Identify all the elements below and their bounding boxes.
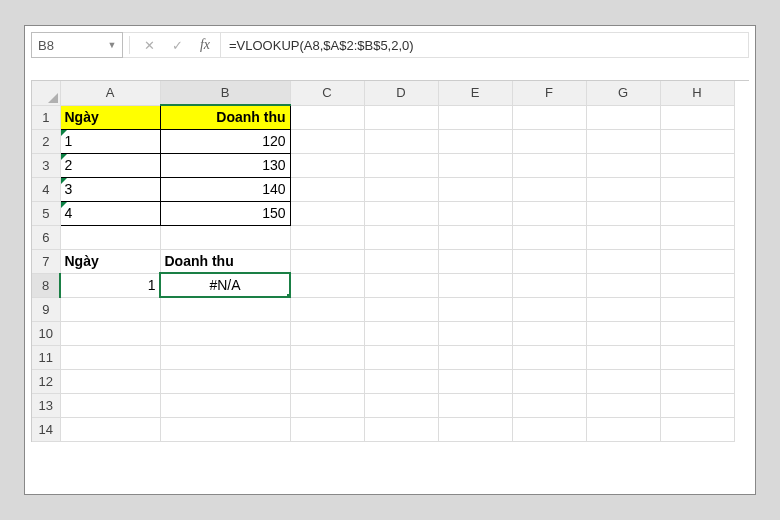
cell-A7[interactable]: Ngày <box>60 249 160 273</box>
cell-E14[interactable] <box>438 417 512 441</box>
cell-D12[interactable] <box>364 369 438 393</box>
cell-F2[interactable] <box>512 129 586 153</box>
row-header-1[interactable]: 1 <box>32 105 60 129</box>
cell-H12[interactable] <box>660 369 734 393</box>
cell-A13[interactable] <box>60 393 160 417</box>
cell-G4[interactable] <box>586 177 660 201</box>
row-header-8[interactable]: 8 <box>32 273 60 297</box>
fx-icon[interactable]: fx <box>196 36 214 54</box>
cell-F1[interactable] <box>512 105 586 129</box>
cell-F13[interactable] <box>512 393 586 417</box>
cell-H14[interactable] <box>660 417 734 441</box>
cell-E3[interactable] <box>438 153 512 177</box>
row-header-7[interactable]: 7 <box>32 249 60 273</box>
cell-D9[interactable] <box>364 297 438 321</box>
formula-input[interactable]: =VLOOKUP(A8,$A$2:$B$5,2,0) <box>221 32 749 58</box>
cell-D3[interactable] <box>364 153 438 177</box>
cell-A10[interactable] <box>60 321 160 345</box>
column-header-D[interactable]: D <box>364 81 438 105</box>
cell-F6[interactable] <box>512 225 586 249</box>
column-header-F[interactable]: F <box>512 81 586 105</box>
cell-C5[interactable] <box>290 201 364 225</box>
cell-G10[interactable] <box>586 321 660 345</box>
cell-F11[interactable] <box>512 345 586 369</box>
column-header-G[interactable]: G <box>586 81 660 105</box>
cell-E5[interactable] <box>438 201 512 225</box>
cell-D11[interactable] <box>364 345 438 369</box>
cell-A9[interactable] <box>60 297 160 321</box>
cell-E12[interactable] <box>438 369 512 393</box>
cell-H2[interactable] <box>660 129 734 153</box>
cell-B5[interactable]: 150 <box>160 201 290 225</box>
cell-C4[interactable] <box>290 177 364 201</box>
row-header-10[interactable]: 10 <box>32 321 60 345</box>
cancel-icon[interactable]: ✕ <box>140 36 158 54</box>
cell-B4[interactable]: 140 <box>160 177 290 201</box>
cell-H4[interactable] <box>660 177 734 201</box>
row-header-3[interactable]: 3 <box>32 153 60 177</box>
cell-B13[interactable] <box>160 393 290 417</box>
cell-F12[interactable] <box>512 369 586 393</box>
cell-B12[interactable] <box>160 369 290 393</box>
cell-C7[interactable] <box>290 249 364 273</box>
row-header-2[interactable]: 2 <box>32 129 60 153</box>
cell-B3[interactable]: 130 <box>160 153 290 177</box>
cell-E13[interactable] <box>438 393 512 417</box>
cell-A2[interactable]: 1 <box>60 129 160 153</box>
cell-C2[interactable] <box>290 129 364 153</box>
cell-G8[interactable] <box>586 273 660 297</box>
cell-A4[interactable]: 3 <box>60 177 160 201</box>
cell-F3[interactable] <box>512 153 586 177</box>
cell-G3[interactable] <box>586 153 660 177</box>
cell-F10[interactable] <box>512 321 586 345</box>
cell-C11[interactable] <box>290 345 364 369</box>
cell-F4[interactable] <box>512 177 586 201</box>
row-header-13[interactable]: 13 <box>32 393 60 417</box>
cell-G7[interactable] <box>586 249 660 273</box>
cell-G11[interactable] <box>586 345 660 369</box>
cell-C9[interactable] <box>290 297 364 321</box>
row-header-12[interactable]: 12 <box>32 369 60 393</box>
cell-C1[interactable] <box>290 105 364 129</box>
cell-C3[interactable] <box>290 153 364 177</box>
cell-G14[interactable] <box>586 417 660 441</box>
cell-G2[interactable] <box>586 129 660 153</box>
cell-A3[interactable]: 2 <box>60 153 160 177</box>
cell-E10[interactable] <box>438 321 512 345</box>
column-header-A[interactable]: A <box>60 81 160 105</box>
cell-B10[interactable] <box>160 321 290 345</box>
cell-H10[interactable] <box>660 321 734 345</box>
name-box[interactable]: B8 ▼ <box>31 32 123 58</box>
cell-D7[interactable] <box>364 249 438 273</box>
cell-B2[interactable]: 120 <box>160 129 290 153</box>
cell-F14[interactable] <box>512 417 586 441</box>
cell-G5[interactable] <box>586 201 660 225</box>
column-header-E[interactable]: E <box>438 81 512 105</box>
cell-B14[interactable] <box>160 417 290 441</box>
cell-D10[interactable] <box>364 321 438 345</box>
row-header-9[interactable]: 9 <box>32 297 60 321</box>
cell-A11[interactable] <box>60 345 160 369</box>
cell-H1[interactable] <box>660 105 734 129</box>
cell-B9[interactable] <box>160 297 290 321</box>
cell-C8[interactable] <box>290 273 364 297</box>
row-header-6[interactable]: 6 <box>32 225 60 249</box>
column-header-C[interactable]: C <box>290 81 364 105</box>
cell-A14[interactable] <box>60 417 160 441</box>
cell-B11[interactable] <box>160 345 290 369</box>
cell-E9[interactable] <box>438 297 512 321</box>
row-header-4[interactable]: 4 <box>32 177 60 201</box>
column-header-H[interactable]: H <box>660 81 734 105</box>
cell-D5[interactable] <box>364 201 438 225</box>
cell-C10[interactable] <box>290 321 364 345</box>
cell-H6[interactable] <box>660 225 734 249</box>
cell-A12[interactable] <box>60 369 160 393</box>
cell-C13[interactable] <box>290 393 364 417</box>
select-all-corner[interactable] <box>32 81 60 105</box>
cell-E6[interactable] <box>438 225 512 249</box>
cell-B7[interactable]: Doanh thu <box>160 249 290 273</box>
cell-B1[interactable]: Doanh thu <box>160 105 290 129</box>
spreadsheet-grid[interactable]: ABCDEFGH1NgàyDoanh thu211203213043140541… <box>31 80 749 442</box>
cell-F7[interactable] <box>512 249 586 273</box>
enter-icon[interactable]: ✓ <box>168 36 186 54</box>
